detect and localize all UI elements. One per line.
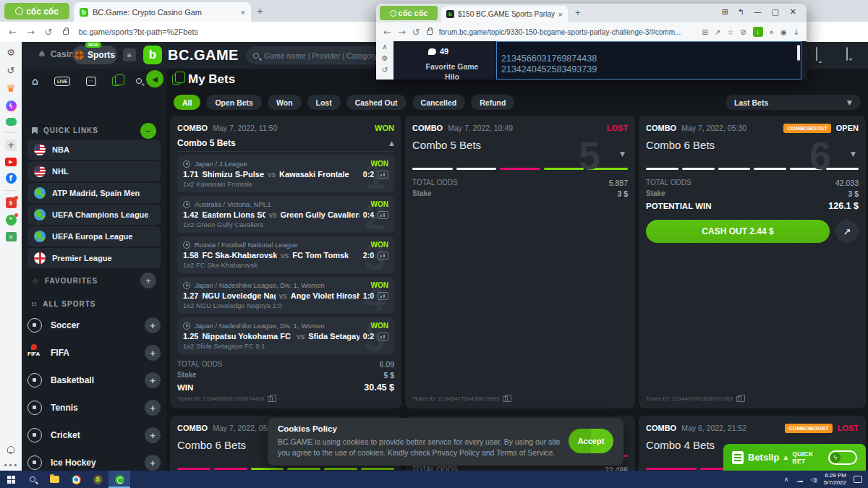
- filter-open-bets[interactable]: Open Bets: [206, 95, 262, 110]
- forward-icon[interactable]: →: [398, 27, 406, 38]
- reply-textarea[interactable]: 2134566031769874438 2134240452583493739: [496, 41, 801, 80]
- send-to-device-icon[interactable]: ↰: [738, 7, 744, 17]
- chat-button[interactable]: [846, 48, 848, 61]
- coccoc-brand[interactable]: cốc cốc: [4, 3, 69, 20]
- downloader-icon[interactable]: ↓: [753, 27, 763, 37]
- settings-gear-icon[interactable]: ⚙: [382, 54, 388, 62]
- filter-cancelled[interactable]: Cancelled: [412, 95, 466, 110]
- sidebar-item-cricket[interactable]: Cricket +: [27, 424, 161, 446]
- sidebar-item-uefa-europa[interactable]: UEFA Europa League: [27, 226, 161, 247]
- new-tab-button[interactable]: +: [257, 4, 263, 17]
- popup-tab[interactable]: b $150 BC.GAME Sports Parlay ×: [441, 6, 568, 22]
- more-icon[interactable]: •••: [5, 459, 17, 471]
- nav-sports[interactable]: NEW Sports: [72, 46, 117, 64]
- reload-icon[interactable]: ↺: [412, 27, 420, 38]
- my-bets-icon[interactable]: [112, 77, 120, 86]
- filter-refund[interactable]: Refund: [471, 95, 514, 110]
- taskbar-search-button[interactable]: [22, 471, 43, 488]
- red-app-icon[interactable]: $: [6, 197, 17, 208]
- profile-icon[interactable]: ◉: [780, 28, 787, 36]
- search-input[interactable]: [264, 51, 394, 60]
- messenger-icon[interactable]: ϟ: [6, 100, 17, 111]
- home-icon[interactable]: ⌂: [32, 75, 38, 87]
- coccoc-button[interactable]: [109, 471, 130, 488]
- comments-count[interactable]: 49: [428, 47, 448, 56]
- adblock-icon[interactable]: ⊘: [740, 28, 746, 36]
- bet-card-lost[interactable]: COMBO May 7, 2022, 10:49 LOST Combo 5 Be…: [405, 116, 635, 408]
- tennis-add-button[interactable]: +: [145, 400, 161, 416]
- scrollbar[interactable]: [797, 45, 800, 61]
- url-text[interactable]: bc.game/sports?bt-path=%2Fbets: [79, 27, 198, 36]
- bell-icon[interactable]: [7, 446, 14, 453]
- money-app-button[interactable]: $: [87, 471, 109, 488]
- forward-icon[interactable]: →: [27, 27, 35, 38]
- sidebar-item-ice-hockey[interactable]: Ice Hockey +: [27, 452, 161, 471]
- games-icon[interactable]: [6, 118, 17, 126]
- share-bet-button[interactable]: ↗: [835, 220, 859, 243]
- start-button[interactable]: [0, 471, 22, 488]
- copy-icon[interactable]: [736, 396, 741, 402]
- extensions-icon[interactable]: ⋄: [770, 28, 774, 36]
- tab-close-icon[interactable]: ×: [241, 8, 245, 17]
- sidebar-item-atp-madrid[interactable]: ATP Madrid, Spain Men: [27, 183, 161, 203]
- bet-card-won[interactable]: COMBO May 7, 2022, 11:50 WON Combo 5 Bet…: [170, 116, 401, 408]
- copy-icon[interactable]: [268, 396, 273, 402]
- history-icon[interactable]: ↺: [5, 64, 17, 76]
- accept-cookies-button[interactable]: Accept: [569, 429, 613, 453]
- chevron-down-icon[interactable]: ▼: [620, 150, 625, 158]
- bet-card-open[interactable]: COMBO May 7, 2022, 05:30 COMBOBOOST OPEN…: [639, 116, 866, 408]
- tray-expand-icon[interactable]: ∧: [784, 476, 789, 483]
- favourites-add-button[interactable]: +: [140, 273, 156, 288]
- file-explorer-button[interactable]: [43, 471, 65, 488]
- cash-out-button[interactable]: CASH OUT 2.44 $: [646, 220, 830, 243]
- notifications-button[interactable]: [816, 48, 817, 61]
- back-icon[interactable]: ←: [9, 27, 17, 38]
- crown-icon[interactable]: ♛: [5, 82, 17, 94]
- green-chat-icon[interactable]: ❞: [6, 215, 17, 226]
- sidebar-item-basketball[interactable]: Basketball +: [27, 369, 161, 391]
- chevron-down-icon[interactable]: ▼: [851, 150, 856, 158]
- history-icon[interactable]: ↺: [382, 66, 388, 74]
- add-shortcut-button[interactable]: +: [5, 140, 17, 151]
- chrome-button[interactable]: [65, 471, 87, 488]
- new-tab-button[interactable]: +: [575, 7, 581, 18]
- taskbar-clock[interactable]: 6:29 PM 5/7/2022: [824, 472, 846, 487]
- news-icon[interactable]: ≡: [6, 232, 17, 241]
- sidebar-item-soccer[interactable]: Soccer +: [27, 314, 161, 336]
- soccer-add-button[interactable]: +: [145, 317, 161, 333]
- sort-select[interactable]: Last Bets ▼: [726, 95, 861, 110]
- volume-icon[interactable]: ◁)): [810, 476, 816, 483]
- match-stats-icon[interactable]: [378, 252, 388, 260]
- sidebar-item-tennis[interactable]: Tennis +: [27, 397, 161, 419]
- maximize-button[interactable]: ▢: [772, 7, 779, 17]
- action-center-icon[interactable]: [854, 476, 862, 483]
- sidebar-item-nba[interactable]: NBA: [27, 140, 161, 160]
- ice-hockey-add-button[interactable]: +: [145, 455, 161, 471]
- network-icon[interactable]: [796, 476, 803, 482]
- coccoc-brand[interactable]: cốc cốc: [380, 6, 438, 20]
- filter-cashed-out[interactable]: Cashed Out: [346, 95, 407, 110]
- reload-icon[interactable]: ↺: [45, 27, 53, 38]
- match-stats-icon[interactable]: [378, 211, 388, 219]
- minimize-button[interactable]: —: [754, 7, 762, 17]
- sidebar-search-icon[interactable]: [136, 78, 142, 84]
- back-icon[interactable]: ←: [383, 27, 391, 38]
- youtube-icon[interactable]: ▶: [5, 158, 17, 166]
- chevron-up-icon[interactable]: ▲: [389, 140, 394, 147]
- copy-icon[interactable]: [503, 396, 508, 402]
- sidebar-item-uefa-champions[interactable]: UEFA Champions League: [27, 205, 161, 225]
- betslip-bar[interactable]: Betslip ▲ QUICK BET: [723, 444, 866, 471]
- scroll-up-icon[interactable]: ∧: [382, 43, 387, 51]
- sidebar-item-fifa[interactable]: FIFAFIFA +: [27, 342, 161, 364]
- match-stats-icon[interactable]: [378, 292, 388, 300]
- translate-icon[interactable]: ⊞: [702, 28, 707, 36]
- basketball-add-button[interactable]: +: [145, 372, 161, 388]
- quick-bet-toggle[interactable]: [828, 450, 857, 465]
- calendar-icon[interactable]: ⋯: [86, 77, 96, 86]
- match-stats-icon[interactable]: [378, 333, 388, 341]
- match-stats-icon[interactable]: [378, 171, 388, 179]
- fifa-add-button[interactable]: +: [145, 345, 161, 361]
- share-icon[interactable]: ↗: [715, 28, 720, 36]
- reader-mode-icon[interactable]: ⊞: [722, 7, 728, 17]
- live-icon[interactable]: LIVE: [54, 77, 70, 86]
